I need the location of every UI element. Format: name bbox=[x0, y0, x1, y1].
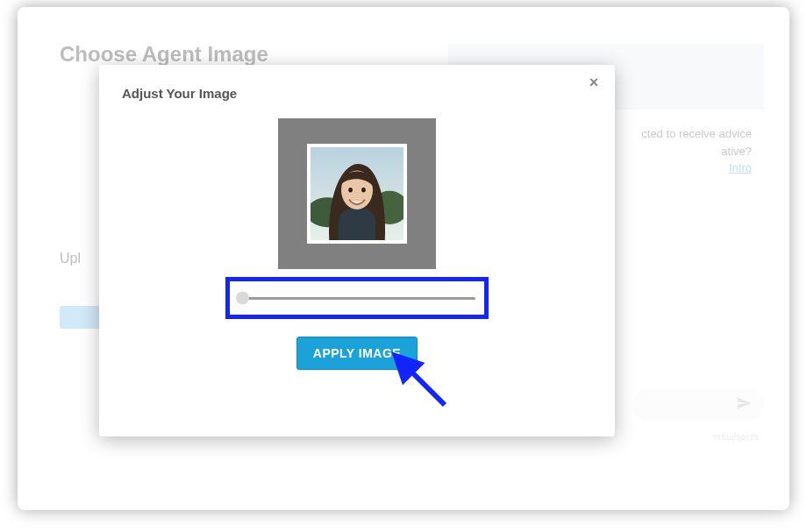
chat-text-line1: cted to receive advice bbox=[641, 127, 752, 140]
chat-intro-link[interactable]: Intro bbox=[729, 161, 752, 174]
slider-thumb[interactable] bbox=[236, 292, 249, 305]
svg-point-5 bbox=[361, 188, 366, 193]
image-crop-stage[interactable] bbox=[278, 118, 436, 269]
send-icon[interactable] bbox=[736, 395, 752, 415]
chat-input-row[interactable] bbox=[632, 389, 764, 421]
chat-text-line2: ative? bbox=[721, 145, 752, 158]
close-icon[interactable]: × bbox=[585, 74, 603, 91]
adjust-image-modal: × Adjust Your Image bbox=[99, 65, 615, 436]
image-crop-window bbox=[307, 144, 407, 244]
zoom-slider[interactable] bbox=[225, 277, 489, 319]
svg-point-4 bbox=[348, 188, 353, 193]
app-card: Choose Agent Image Upl cted to receive a… bbox=[18, 7, 789, 510]
chat-brand: virtualspirits bbox=[712, 432, 759, 442]
apply-image-button[interactable]: APPLY IMAGE bbox=[296, 337, 418, 370]
avatar-preview bbox=[311, 147, 404, 240]
slider-track[interactable] bbox=[239, 297, 475, 300]
modal-title: Adjust Your Image bbox=[122, 86, 592, 101]
